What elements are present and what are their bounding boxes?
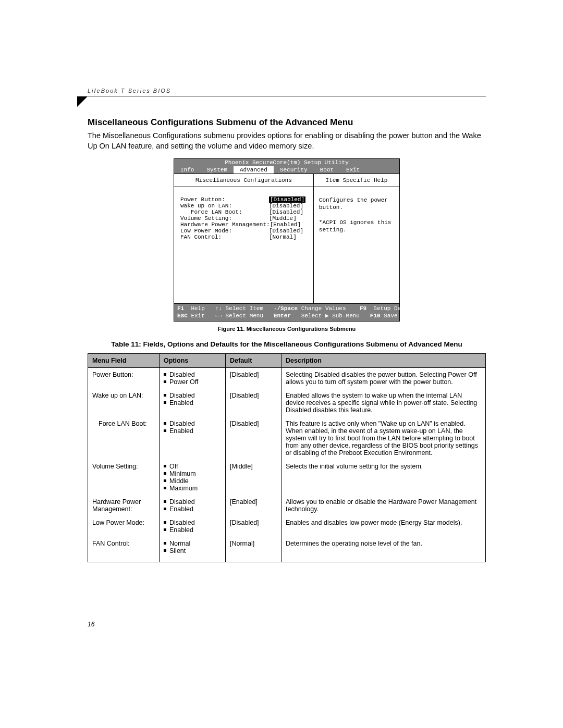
- option-item: Minimum: [164, 470, 221, 477]
- bios-item: Wake up on LAN:[Disabled]: [180, 203, 307, 209]
- option-item: Silent: [164, 547, 221, 554]
- table-row: Hardware Power Management:DisabledEnable…: [88, 495, 486, 516]
- table-row: Power Button:DisabledPower Off[Disabled]…: [88, 367, 486, 389]
- th-field: Menu Field: [88, 353, 160, 367]
- cell-default: [Disabled]: [226, 389, 282, 417]
- bios-item-value: [Disabled]: [269, 209, 303, 215]
- option-item: Disabled: [164, 392, 221, 399]
- bios-item-label: Hardware Power Management:: [180, 221, 270, 228]
- svg-marker-0: [77, 96, 88, 107]
- bios-footer: F1 Help ↑↓ Select Item -/Space Change Va…: [174, 304, 399, 321]
- option-item: Enabled: [164, 399, 221, 406]
- options-table: Menu Field Options Default Description P…: [88, 353, 486, 562]
- option-item: Disabled: [164, 371, 221, 378]
- bios-foot-save-exit: F10 Save and Exit: [370, 312, 429, 319]
- bios-item-value: [Normal]: [269, 234, 297, 240]
- bios-item-value: [Middle]: [269, 215, 297, 221]
- bios-body: Miscellaneous Configurations Power Butto…: [174, 174, 399, 304]
- bios-item-label: FAN Control:: [180, 234, 269, 240]
- cell-field: Force LAN Boot:: [88, 417, 160, 460]
- bios-screenshot: Phoenix SecureCore(tm) Setup Utility Inf…: [174, 158, 400, 322]
- cell-options: DisabledEnabled: [160, 516, 226, 537]
- table-title: Table 11: Fields, Options and Defaults f…: [88, 340, 486, 348]
- bios-foot-help: F1 Help: [177, 305, 215, 312]
- cell-description: Selecting Disabled disables the power bu…: [282, 367, 486, 389]
- cell-options: DisabledEnabled: [160, 417, 226, 460]
- option-item: Enabled: [164, 505, 221, 513]
- header-separator: [88, 96, 486, 96]
- bios-item-value: [Disabled]: [269, 196, 305, 203]
- bios-foot-change-values: -/Space Change Values: [274, 305, 360, 312]
- option-item: Disabled: [164, 519, 221, 526]
- figure-caption: Figure 11. Miscellaneous Configurations …: [88, 326, 486, 332]
- bios-item: Force LAN Boot:[Disabled]: [180, 209, 307, 215]
- section-heading: Miscellaneous Configurations Submenu of …: [88, 117, 486, 128]
- cell-default: [Disabled]: [226, 367, 282, 389]
- option-item: Off: [164, 463, 221, 470]
- cell-description: Determines the operating noise level of …: [282, 537, 486, 562]
- option-item: Enabled: [164, 427, 221, 435]
- bios-left-heading: Miscellaneous Configurations: [174, 174, 313, 187]
- option-item: Maximum: [164, 485, 221, 492]
- bios-menu-boot: Boot: [314, 166, 340, 174]
- bios-menu-system: System: [200, 166, 234, 174]
- bios-item-label: Force LAN Boot:: [180, 209, 269, 215]
- section-intro: The Miscellaneous Configurations submenu…: [88, 131, 486, 151]
- table-row: Wake up on LAN:DisabledEnabled[Disabled]…: [88, 389, 486, 417]
- bios-item-label: Volume Setting:: [180, 215, 269, 221]
- bios-item-label: Wake up on LAN:: [180, 203, 269, 209]
- cell-description: Enabled allows the system to wake up whe…: [282, 389, 486, 417]
- page: LifeBook T Series BIOS Miscellaneous Con…: [0, 0, 563, 728]
- cell-default: [Disabled]: [226, 516, 282, 537]
- cell-options: DisabledEnabled: [160, 495, 226, 516]
- bios-foot-setup-defaults: F9 Setup Defaults: [360, 305, 422, 312]
- table-row: Volume Setting:OffMinimumMiddleMaximum[M…: [88, 460, 486, 495]
- bios-item-value: [Disabled]: [269, 203, 303, 209]
- cell-options: DisabledPower Off: [160, 367, 226, 389]
- cell-description: Allows you to enable or disable the Hard…: [282, 495, 486, 516]
- running-head: LifeBook T Series BIOS: [88, 88, 486, 95]
- cell-description: Selects the initial volume setting for t…: [282, 460, 486, 495]
- bios-item-value: [Disabled]: [269, 228, 303, 234]
- bios-left-panel: Miscellaneous Configurations Power Butto…: [174, 174, 314, 303]
- option-item: Normal: [164, 540, 221, 547]
- bios-foot-select-menu: ←→ Select Menu: [215, 312, 274, 319]
- bios-item: Low Power Mode:[Disabled]: [180, 228, 307, 234]
- bios-item-label: Power Button:: [180, 196, 269, 203]
- bios-title: Phoenix SecureCore(tm) Setup Utility: [174, 159, 399, 166]
- bios-item: FAN Control:[Normal]: [180, 234, 307, 240]
- th-desc: Description: [282, 353, 486, 367]
- option-item: Disabled: [164, 420, 221, 427]
- option-item: Power Off: [164, 378, 221, 386]
- cell-field: Low Power Mode:: [88, 516, 160, 537]
- bios-item: Power Button:[Disabled]: [180, 196, 307, 203]
- cell-default: [Disabled]: [226, 417, 282, 460]
- cell-options: OffMinimumMiddleMaximum: [160, 460, 226, 495]
- bios-item-label: Low Power Mode:: [180, 228, 269, 234]
- cell-field: Wake up on LAN:: [88, 389, 160, 417]
- bios-menu-advanced: Advanced: [234, 166, 274, 174]
- th-options: Options: [160, 353, 226, 367]
- page-number: 16: [88, 621, 94, 628]
- th-default: Default: [226, 353, 282, 367]
- bios-foot-sub-menu: Enter Select ▶ Sub-Menu: [274, 312, 370, 319]
- bios-foot-select-item: ↑↓ Select Item: [215, 305, 274, 312]
- bios-menu-security: Security: [274, 166, 314, 174]
- cell-default: [Middle]: [226, 460, 282, 495]
- bios-help-text: Configures the power button. *ACPI OS ig…: [319, 196, 394, 233]
- bios-item: Volume Setting:[Middle]: [180, 215, 307, 221]
- cell-options: DisabledEnabled: [160, 389, 226, 417]
- bios-menu-exit: Exit: [340, 166, 366, 174]
- cell-options: NormalSilent: [160, 537, 226, 562]
- bios-help-heading: Item Specific Help: [314, 174, 399, 187]
- table-row: FAN Control:NormalSilent[Normal]Determin…: [88, 537, 486, 562]
- bios-item-value: [Enabled]: [270, 221, 301, 228]
- option-item: Disabled: [164, 498, 221, 505]
- cell-default: [Normal]: [226, 537, 282, 562]
- cell-field: Volume Setting:: [88, 460, 160, 495]
- option-item: Middle: [164, 477, 221, 485]
- bios-menu-bar: InfoSystemAdvancedSecurityBootExit: [174, 166, 399, 174]
- table-row: Force LAN Boot:DisabledEnabled[Disabled]…: [88, 417, 486, 460]
- table-row: Low Power Mode:DisabledEnabled[Disabled]…: [88, 516, 486, 537]
- cell-field: Hardware Power Management:: [88, 495, 160, 516]
